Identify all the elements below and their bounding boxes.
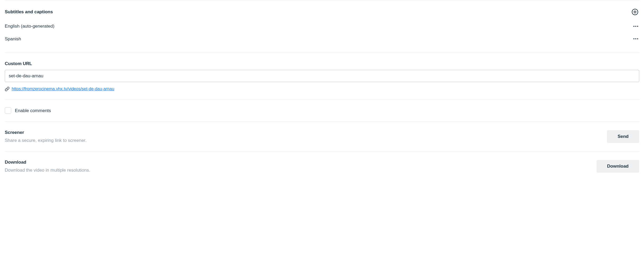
- subtitle-label: Spanish: [5, 36, 21, 43]
- screener-info: Screener Share a secure, expiring link t…: [5, 129, 607, 144]
- subtitle-item: English (auto-generated): [5, 20, 639, 33]
- subtitle-more-button[interactable]: [632, 25, 639, 28]
- download-info: Download Download the video in multiple …: [5, 159, 597, 173]
- download-heading: Download: [5, 159, 597, 166]
- subtitles-list: English (auto-generated) Spanish: [5, 20, 639, 45]
- custom-url-label: Custom URL: [5, 60, 639, 67]
- more-horizontal-icon: [633, 26, 638, 27]
- comments-section: Enable comments: [5, 100, 639, 122]
- subtitle-more-button[interactable]: [632, 37, 639, 40]
- screener-heading: Screener: [5, 129, 607, 136]
- custom-url-section: Custom URL https://fromzerocinema.vhx.tv…: [5, 53, 639, 100]
- download-section: Download Download the video in multiple …: [5, 151, 639, 181]
- subtitle-label: English (auto-generated): [5, 23, 54, 30]
- subtitles-heading: Subtitles and captions: [5, 9, 53, 15]
- screener-section: Screener Share a secure, expiring link t…: [5, 121, 639, 151]
- custom-url-input[interactable]: [5, 70, 639, 82]
- subtitles-header: Subtitles and captions: [5, 8, 639, 16]
- add-subtitle-button[interactable]: [631, 8, 639, 16]
- custom-url-display: https://fromzerocinema.vhx.tv/videos/set…: [5, 86, 639, 92]
- screener-description: Share a secure, expiring link to screene…: [5, 137, 607, 144]
- send-screener-button[interactable]: Send: [607, 130, 639, 143]
- enable-comments-checkbox[interactable]: [5, 107, 11, 114]
- more-horizontal-icon: [633, 38, 638, 39]
- link-icon: [5, 87, 10, 91]
- subtitles-section: Subtitles and captions English (auto-gen…: [5, 0, 639, 53]
- enable-comments-label[interactable]: Enable comments: [15, 107, 51, 114]
- enable-comments-row: Enable comments: [5, 107, 639, 114]
- download-description: Download the video in multiple resolutio…: [5, 167, 597, 174]
- download-button[interactable]: Download: [597, 160, 639, 173]
- custom-url-link[interactable]: https://fromzerocinema.vhx.tv/videos/set…: [12, 86, 114, 92]
- plus-circle-icon: [632, 9, 638, 15]
- subtitle-item: Spanish: [5, 33, 639, 45]
